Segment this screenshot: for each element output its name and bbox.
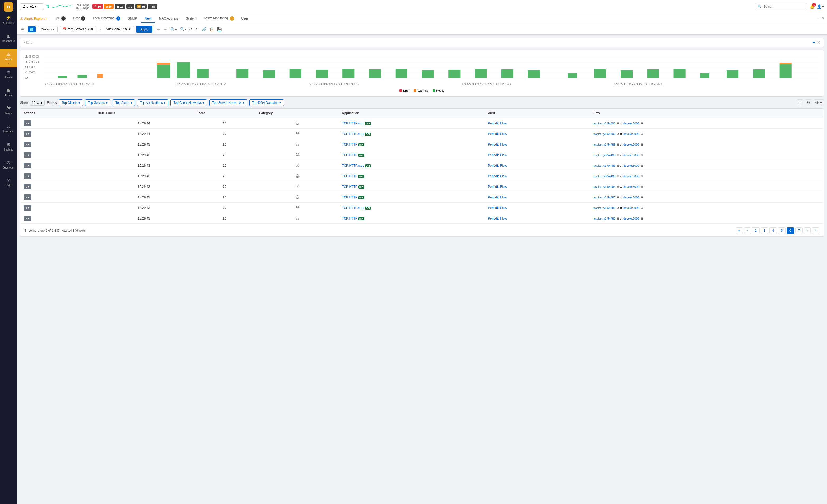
flow-dst-link[interactable]: devele:3000 [623,122,639,125]
nav-next-icon[interactable]: → [162,26,168,33]
col-datetime[interactable]: Date/Time ↕ [95,109,193,118]
tab-all[interactable]: All 11 [53,14,69,23]
redo-icon[interactable]: ↻ [194,26,200,33]
page-next-button[interactable]: › [804,228,811,234]
alert-link[interactable]: Periodic Flow [488,174,507,178]
top-clients-dropdown[interactable]: Top Clients ▾ [59,99,83,106]
app-logo[interactable]: n [4,2,13,12]
entries-spinner-down[interactable]: ▼ [40,101,43,104]
sidebar-item-alerts[interactable]: ⚠ Alerts › [0,49,17,67]
action-menu-button[interactable]: ≡ ▾ [23,152,32,158]
flow-src-link[interactable]: raspberry3:54491 [593,122,615,125]
page-6-button[interactable]: 6 [787,228,794,234]
app-link[interactable]: TCP:HTTP [342,174,357,178]
app-link[interactable]: TCP:HTTP.ntop [342,206,364,210]
search-input[interactable] [763,5,805,8]
page-5-button[interactable]: 5 [778,228,785,234]
action-menu-button[interactable]: ≡ ▾ [23,142,32,147]
action-menu-button[interactable]: ≡ ▾ [23,120,32,126]
page-3-button[interactable]: 3 [761,228,768,234]
sidebar-item-dashboard[interactable]: ⊞ Dashboard › [0,31,17,49]
time-preset-dropdown[interactable]: Custom ▾ [38,26,58,33]
search-box[interactable]: 🔍 [755,3,808,10]
sidebar-item-shortcuts[interactable]: ⚡ Shortcuts › [0,13,17,31]
entries-spinner-up[interactable]: ▲ [37,101,39,104]
filter-close-button[interactable]: ✕ [817,40,820,45]
page-4-button[interactable]: 4 [769,228,777,234]
top-applications-dropdown[interactable]: Top Applications ▾ [137,99,168,106]
action-menu-button[interactable]: ≡ ▾ [23,194,32,200]
app-link[interactable]: TCP:HTTP [342,153,357,157]
flow-dst-link[interactable]: devele:3000 [623,143,639,146]
link-icon[interactable]: 🔗 [201,26,207,33]
filter-type-btn[interactable]: ▤ [28,26,36,33]
app-link[interactable]: TCP:HTTP [342,185,357,189]
flow-src-link[interactable]: raspberry3:54488 [593,153,615,157]
alert-link[interactable]: Periodic Flow [488,132,507,136]
alert-link[interactable]: Periodic Flow [488,196,507,199]
sidebar-item-flows[interactable]: ≡ Flows › [0,67,17,85]
badge-56[interactable]: ≡ 56 [148,4,157,9]
sidebar-item-interface[interactable]: ⬡ Interface › [0,121,17,140]
sidebar-item-hosts[interactable]: 🖥 Hosts › [0,85,17,103]
app-link[interactable]: TCP:HTTP.ntop [342,121,364,125]
zoom-out-icon[interactable]: 🔍- [179,26,187,33]
tab-local-networks[interactable]: Local Networks 2 [90,14,124,23]
flow-dst-link[interactable]: devele:3000 [623,174,639,178]
alert-link[interactable]: Periodic Flow [488,121,507,125]
flow-src-link[interactable]: raspberry3:54490 [593,132,615,136]
nav-back-arrow[interactable]: ← [816,17,820,21]
apply-button[interactable]: Apply [136,26,152,33]
notifications-button[interactable]: 🔔 1 [810,4,815,9]
flow-dst-link[interactable]: devele:3000 [623,132,639,136]
view-options-icon[interactable]: 👁 ▾ [814,99,824,106]
eye-icon-btn[interactable]: 👁 [20,26,26,33]
app-link[interactable]: TCP:HTTP [342,196,357,199]
alert-link[interactable]: Periodic Flow [488,185,507,189]
filter-add-button[interactable]: + [813,40,815,45]
top-alerts-dropdown[interactable]: Top Alerts ▾ [112,99,135,106]
user-menu-button[interactable]: 👤 ▾ [817,4,824,9]
flow-dst-link[interactable]: devele:3000 [623,217,639,220]
page-7-button[interactable]: 7 [795,228,803,234]
refresh-icon[interactable]: ↻ [805,99,812,106]
page-2-button[interactable]: 2 [752,228,760,234]
tab-mac-address[interactable]: MAC Address [156,14,182,23]
app-link[interactable]: TCP:HTTP.ntop [342,132,364,136]
entries-select[interactable]: 10 ▲ ▼ [30,100,45,106]
flow-dst-link[interactable]: devele:3000 [623,196,639,199]
undo-icon[interactable]: ↺ [188,26,193,33]
page-first-button[interactable]: « [736,228,743,234]
action-menu-button[interactable]: ≡ ▾ [23,205,32,210]
tab-host[interactable]: Host 8 [70,14,89,23]
page-prev-button[interactable]: ‹ [744,228,751,234]
flow-src-link[interactable]: raspberry3:54485 [593,174,615,178]
nav-help-icon[interactable]: ? [822,17,824,21]
date-to-selector[interactable]: 28/06/2023 10:30 [104,26,134,33]
tab-user[interactable]: User [238,14,251,23]
alert-link[interactable]: Periodic Flow [488,164,507,167]
flow-src-link[interactable]: raspberry3:54480 [593,217,615,220]
flow-dst-link[interactable]: devele:3000 [623,185,639,188]
save-icon[interactable]: 💾 [216,26,223,33]
alert-link[interactable]: Periodic Flow [488,217,507,220]
badge-alert-warning[interactable]: △ 10 [104,4,114,9]
app-link[interactable]: TCP:HTTP [342,217,357,220]
zoom-in-icon[interactable]: 🔍+ [169,26,178,33]
tab-active-monitoring[interactable]: Active Monitoring 1 [201,14,237,23]
action-menu-button[interactable]: ≡ ▾ [23,215,32,221]
badge-alert-error[interactable]: ⚠ 10 [93,4,103,9]
flow-src-link[interactable]: raspberry3:54484 [593,185,615,188]
tab-system[interactable]: System [183,14,199,23]
page-last-button[interactable]: » [812,228,819,234]
sidebar-item-settings[interactable]: ⚙ Settings › [0,140,17,158]
top-client-networks-dropdown[interactable]: Top Client Networks ▾ [171,99,207,106]
flow-src-link[interactable]: raspberry3:54487 [593,196,615,199]
alert-link[interactable]: Periodic Flow [488,206,507,210]
sidebar-item-maps[interactable]: 🗺 Maps › [0,103,17,121]
top-servers-dropdown[interactable]: Top Servers ▾ [85,99,110,106]
copy-icon[interactable]: 📋 [208,26,215,33]
action-menu-button[interactable]: ≡ ▾ [23,163,32,168]
top-dga-domains-dropdown[interactable]: Top DGA Domains ▾ [249,99,284,106]
flow-src-link[interactable]: raspberry3:54486 [593,164,615,167]
